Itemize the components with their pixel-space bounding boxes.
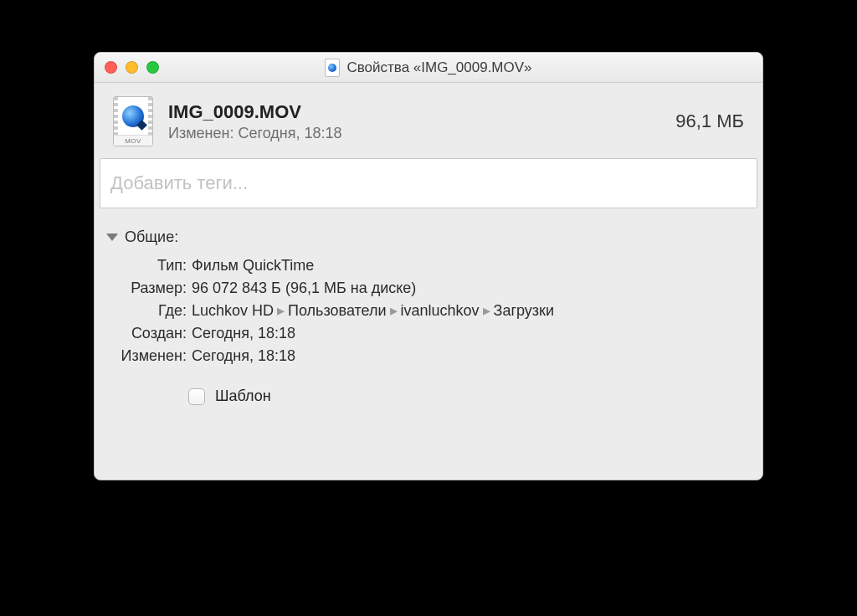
titlebar[interactable]: Свойства «IMG_0009.MOV»	[95, 53, 762, 83]
general-section-header[interactable]: Общие:	[95, 220, 762, 251]
chevron-right-icon: ▸	[274, 302, 288, 319]
disclosure-triangle-icon[interactable]	[106, 234, 118, 241]
type-value: Фильм QuickTime	[192, 254, 744, 277]
minimize-icon[interactable]	[126, 61, 138, 74]
info-row-type: Тип: Фильм QuickTime	[113, 254, 744, 277]
info-row-created: Создан: Сегодня, 18:18	[113, 322, 744, 345]
type-label: Тип:	[113, 254, 192, 277]
path-segment: Luchkov HD	[192, 302, 274, 319]
path-segment: Пользователи	[288, 302, 386, 319]
modified-value: Сегодня, 18:18	[238, 125, 341, 141]
options-block: Шаблон	[95, 376, 762, 405]
where-path: Luchkov HD▸Пользователи▸ivanluchkov▸Загр…	[192, 300, 744, 322]
info-row-modified: Изменен: Сегодня, 18:18	[113, 345, 744, 367]
created-label: Создан:	[113, 322, 192, 345]
document-icon	[325, 59, 340, 77]
file-name: IMG_0009.MOV	[168, 101, 660, 123]
created-value: Сегодня, 18:18	[192, 322, 744, 345]
size-value: 96 072 843 Б (96,1 МБ на диске)	[192, 277, 744, 300]
general-info-grid: Тип: Фильм QuickTime Размер: 96 072 843 …	[95, 251, 762, 376]
modified-label: Изменен:	[168, 125, 233, 141]
file-title-block: IMG_0009.MOV Изменен: Сегодня, 18:18	[168, 101, 660, 142]
file-extension-badge: MOV	[114, 135, 152, 146]
traffic-lights	[95, 61, 159, 74]
tags-input[interactable]	[100, 158, 757, 208]
tags-section	[95, 158, 762, 220]
modified-value-row: Сегодня, 18:18	[192, 345, 744, 367]
quicktime-file-icon: MOV	[113, 96, 153, 146]
template-label: Шаблон	[215, 388, 271, 405]
file-size-short: 96,1 МБ	[675, 110, 744, 132]
file-header: MOV IMG_0009.MOV Изменен: Сегодня, 18:18…	[95, 83, 762, 158]
info-row-where: Где: Luchkov HD▸Пользователи▸ivanluchkov…	[113, 300, 744, 322]
window-title: Свойства «IMG_0009.MOV»	[346, 59, 531, 76]
file-modified-summary: Изменен: Сегодня, 18:18	[168, 125, 660, 142]
modified-label-row: Изменен:	[113, 345, 192, 367]
template-checkbox-row[interactable]: Шаблон	[188, 388, 744, 405]
info-row-size: Размер: 96 072 843 Б (96,1 МБ на диске)	[113, 277, 744, 300]
path-segment: Загрузки	[494, 302, 554, 319]
chevron-right-icon: ▸	[387, 302, 401, 319]
chevron-right-icon: ▸	[480, 302, 494, 319]
info-window: Свойства «IMG_0009.MOV» MOV IMG_0009.MOV…	[94, 52, 763, 480]
size-label: Размер:	[113, 277, 192, 300]
template-checkbox[interactable]	[188, 388, 205, 405]
where-label: Где:	[113, 300, 192, 322]
close-icon[interactable]	[105, 61, 117, 74]
zoom-icon[interactable]	[146, 61, 159, 74]
path-segment: ivanluchkov	[401, 302, 480, 319]
window-title-group: Свойства «IMG_0009.MOV»	[95, 59, 762, 77]
general-label: Общие:	[125, 228, 178, 246]
